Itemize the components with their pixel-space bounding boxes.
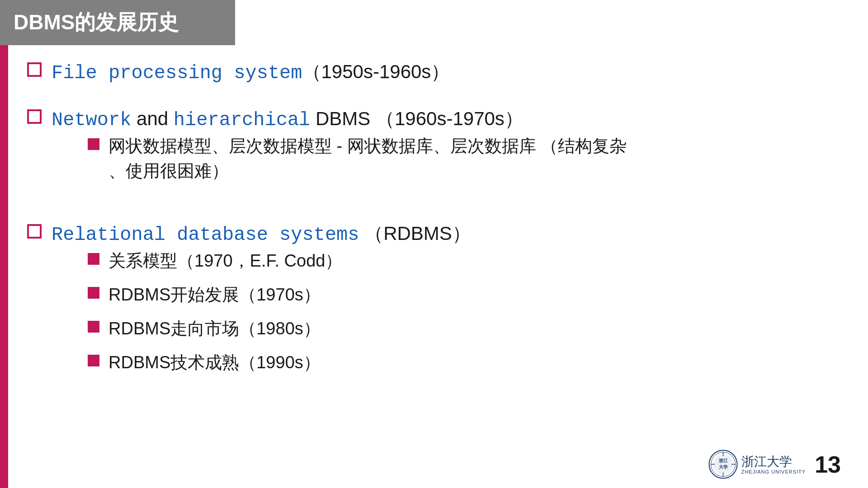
university-logo: 浙江 大学 浙江大学 ZHEJIANG UNIVERSITY <box>708 450 806 479</box>
bullet-item-3: Relational database systems （RDBMS） 关系模型… <box>27 221 841 393</box>
bullet-item-2: Network and hierarchical DBMS （1960s-197… <box>27 106 841 202</box>
bullet1-blue: File processing system <box>52 62 302 84</box>
bullet2-and: and <box>131 108 173 129</box>
sub-bullets-3: 关系模型（1970，E.F. Codd） RDBMS开始发展（1970s） RD… <box>88 249 471 384</box>
zju-logo-icon: 浙江 大学 <box>708 450 738 479</box>
bullet3-relational: Relational database systems <box>52 224 359 246</box>
bullet1-black: （1950s-1960s） <box>302 61 450 82</box>
bullet-square-3 <box>27 224 42 239</box>
sub-bullet-square-3-3 <box>88 321 99 333</box>
sub-bullet-square-3-1 <box>88 253 99 265</box>
sub-bullet-text-3-2: RDBMS开始发展（1970s） <box>108 282 321 307</box>
bullet-square-1 <box>27 62 42 77</box>
sub-bullet-3-2: RDBMS开始发展（1970s） <box>88 282 471 307</box>
page-number: 13 <box>815 451 841 478</box>
svg-text:浙江: 浙江 <box>718 458 728 463</box>
bullet2-dbms: DBMS （1960s-1970s） <box>310 108 524 129</box>
sub-bullet-square-2-1 <box>88 138 99 150</box>
sub-bullet-3-1: 关系模型（1970，E.F. Codd） <box>88 249 471 273</box>
svg-text:大学: 大学 <box>718 465 727 469</box>
sub-bullet-square-3-2 <box>88 287 99 299</box>
slide-title: DBMS的发展历史 <box>14 9 179 37</box>
bullet-text-1: File processing system（1950s-1960s） <box>52 59 450 87</box>
sub-bullets-2: 网状数据模型、层次数据模型 - 网状数据库、层次数据库 （结构复杂、使用很困难） <box>88 134 627 192</box>
bullet-text-2: Network and hierarchical DBMS （1960s-197… <box>52 106 627 134</box>
bullet-square-2 <box>27 109 42 124</box>
bullet3-rdbms: （RDBMS） <box>359 223 471 244</box>
sub-bullet-3-4: RDBMS技术成熟（1990s） <box>88 350 471 375</box>
sub-bullet-2-1: 网状数据模型、层次数据模型 - 网状数据库、层次数据库 （结构复杂、使用很困难） <box>88 134 627 183</box>
left-accent-bar <box>0 0 8 488</box>
bullet-text-3: Relational database systems （RDBMS） <box>52 221 471 249</box>
university-chinese-name: 浙江大学 <box>741 454 792 469</box>
sub-bullet-text-2-1: 网状数据模型、层次数据模型 - 网状数据库、层次数据库 （结构复杂、使用很困难） <box>108 134 627 183</box>
sub-bullet-text-3-3: RDBMS走向市场（1980s） <box>108 316 321 341</box>
sub-bullet-3-3: RDBMS走向市场（1980s） <box>88 316 471 341</box>
bullet-item-1: File processing system（1950s-1960s） <box>27 59 841 87</box>
bullet2-network: Network <box>52 109 131 131</box>
title-bar: DBMS的发展历史 <box>0 0 235 45</box>
sub-bullet-text-3-1: 关系模型（1970，E.F. Codd） <box>108 249 342 273</box>
bullet2-hierarchical: hierarchical <box>174 109 310 131</box>
page-number-area: 浙江 大学 浙江大学 ZHEJIANG UNIVERSITY 13 <box>708 450 841 479</box>
university-english-name: ZHEJIANG UNIVERSITY <box>741 469 806 474</box>
sub-bullet-square-3-4 <box>88 355 99 366</box>
slide-content: File processing system（1950s-1960s） Netw… <box>27 59 841 452</box>
sub-bullet-text-3-4: RDBMS技术成熟（1990s） <box>108 350 321 375</box>
